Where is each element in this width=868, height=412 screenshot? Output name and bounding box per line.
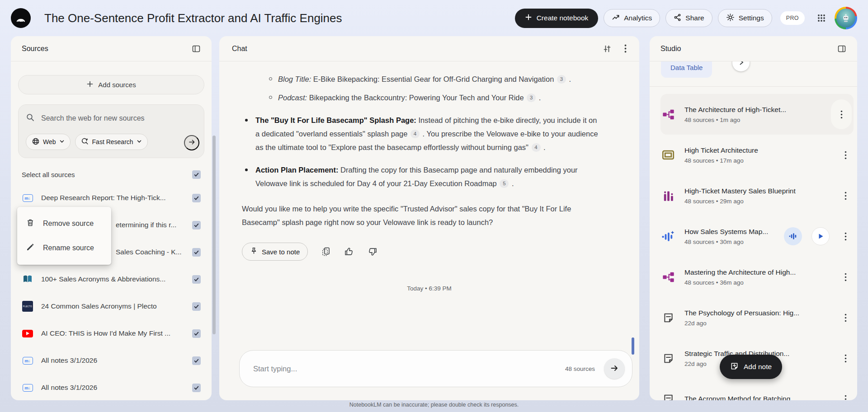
chat-bullet: The "Buy It For Life Basecamp" Splash Pa… — [242, 113, 601, 154]
source-title: All notes 3/1/2026 — [41, 384, 187, 392]
studio-item-row[interactable]: Mastering the Architecture of High...48 … — [660, 257, 854, 297]
apps-grid-icon[interactable] — [814, 9, 829, 27]
chat-bullet: Action Plan Placement: Drafting the copy… — [242, 163, 601, 190]
select-all-row: Select all sources — [22, 168, 201, 181]
citation-chip[interactable]: 3 — [527, 94, 536, 102]
select-all-label: Select all sources — [22, 171, 75, 178]
chat-settings-sliders-icon[interactable] — [603, 44, 612, 53]
add-sources-button[interactable]: Add sources — [18, 75, 204, 94]
studio-item-text: High Ticket Architecture48 sources • 17m… — [684, 146, 830, 164]
chat-bullet: Podcast: Bikepacking the Backcountry: Po… — [242, 91, 601, 104]
pencil-icon — [26, 243, 35, 253]
collapse-sources-panel-icon[interactable] — [192, 44, 201, 53]
search-submit-button[interactable] — [184, 135, 199, 150]
notebook-title[interactable]: The One-Sentence Profit Extractor and AI… — [44, 11, 342, 25]
plus-icon — [86, 80, 94, 89]
source-checkbox[interactable] — [192, 221, 201, 229]
source-checkbox[interactable] — [192, 329, 201, 338]
note-icon — [660, 353, 676, 364]
source-checkbox[interactable] — [192, 302, 201, 311]
source-checkbox[interactable] — [192, 384, 201, 392]
data-table-chip[interactable]: Data Table — [661, 61, 712, 78]
chat-input[interactable]: Start typing... 48 sources — [239, 350, 632, 387]
thumbs-down-icon[interactable] — [368, 247, 377, 257]
settings-button[interactable]: Settings — [718, 9, 772, 27]
source-row[interactable]: 100+ Sales Acronyms & Abbreviations... — [11, 266, 212, 293]
save-to-note-button[interactable]: Save to note — [242, 243, 308, 261]
citation-chip[interactable]: 5 — [500, 179, 509, 188]
analytics-button[interactable]: Analytics — [604, 9, 660, 27]
item-more-menu-icon[interactable] — [839, 390, 852, 400]
search-icon — [26, 113, 35, 124]
item-more-menu-icon[interactable] — [835, 105, 848, 123]
chat-more-menu-icon[interactable] — [624, 44, 627, 53]
studio-item-text: High-Ticket Mastery Sales Blueprint48 so… — [684, 187, 830, 205]
source-row[interactable]: m↓All notes 3/1/2026 — [11, 374, 212, 400]
add-note-button[interactable]: Add note — [720, 355, 782, 379]
select-all-checkbox[interactable] — [192, 170, 201, 179]
chat-bullet: Blog Title: E-Bike Bikepacking: Essentia… — [242, 72, 601, 86]
source-checkbox[interactable] — [192, 356, 201, 365]
user-avatar[interactable] — [835, 7, 857, 29]
italic-label: Blog Title: — [278, 75, 311, 83]
item-more-menu-icon[interactable] — [839, 146, 852, 164]
web-source-dropdown[interactable]: Web — [26, 134, 71, 150]
flowchart-icon — [660, 272, 676, 283]
notebooklm-logo-icon[interactable] — [11, 8, 31, 28]
youtube-source-icon — [22, 330, 33, 337]
remove-source-menu-item[interactable]: Remove source — [17, 211, 111, 236]
chat-messages: Blog Title: E-Bike Bikepacking: Essentia… — [219, 61, 639, 229]
citation-chip[interactable]: 3 — [557, 75, 566, 84]
rename-source-menu-item[interactable]: Rename source — [17, 236, 111, 260]
studio-item-title: Mastering the Architecture of High... — [684, 268, 830, 276]
studio-item-text: How Sales Systems Map...48 sources • 30m… — [684, 228, 775, 245]
chevron-down-icon — [59, 138, 65, 145]
collapse-studio-panel-icon[interactable] — [837, 44, 846, 53]
chat-scrollbar-thumb[interactable] — [632, 337, 634, 355]
play-button[interactable] — [811, 227, 830, 245]
studio-item-row[interactable]: The Architecture of High-Ticket...48 sou… — [660, 94, 854, 135]
copy-icon[interactable] — [321, 247, 330, 257]
citation-chip[interactable]: 4 — [532, 143, 541, 152]
chip-scroll-next-button[interactable] — [732, 61, 750, 71]
chat-paragraph: Would you like me to help you write the … — [242, 202, 601, 229]
share-button[interactable]: Share — [665, 9, 712, 27]
studio-item-row[interactable]: High-Ticket Mastery Sales Blueprint48 so… — [660, 175, 854, 216]
source-checkbox[interactable] — [192, 248, 201, 257]
thumbs-up-icon[interactable] — [344, 247, 354, 257]
interactive-mode-button[interactable] — [784, 227, 802, 245]
sources-scrollbar-thumb[interactable] — [212, 136, 216, 334]
research-mode-dropdown[interactable]: Fast Research — [75, 134, 148, 150]
search-input[interactable]: Search the web for new sources — [26, 113, 198, 124]
source-row[interactable]: PLECTO24 Common Sales Acronyms | Plecto — [11, 293, 212, 320]
studio-item-title: How Sales Systems Map... — [684, 228, 775, 236]
bold-label: Action Plan Placement: — [255, 166, 338, 174]
studio-item-row[interactable]: How Sales Systems Map...48 sources • 30m… — [660, 216, 854, 257]
studio-item-subtitle: 22d ago — [684, 320, 830, 327]
item-more-menu-icon[interactable] — [839, 309, 852, 327]
source-row[interactable]: AI CEO: THIS is How I'd Make My First ..… — [11, 320, 212, 347]
item-more-menu-icon[interactable] — [839, 349, 852, 367]
item-more-menu-icon[interactable] — [839, 268, 852, 286]
send-message-button[interactable] — [604, 358, 625, 379]
studio-item-subtitle: 48 sources • 17m ago — [684, 157, 830, 164]
markdown-source-icon: m↓ — [22, 357, 33, 365]
source-row[interactable]: m↓All notes 3/1/2026 — [11, 347, 212, 374]
studio-item-row[interactable]: High Ticket Architecture48 sources • 17m… — [660, 135, 854, 175]
chevron-down-icon — [137, 138, 142, 145]
trend-icon — [612, 13, 620, 23]
citation-chip[interactable]: 4 — [410, 130, 420, 138]
studio-item-row[interactable]: The Psychology of Persuasion: Hig...22d … — [660, 297, 854, 338]
source-checkbox[interactable] — [192, 275, 201, 284]
item-more-menu-icon[interactable] — [839, 227, 852, 245]
note-icon — [660, 393, 676, 401]
italic-label: Podcast: — [278, 94, 307, 102]
studio-item-row[interactable]: The Acronym Method for Batching... — [660, 379, 854, 400]
source-checkbox[interactable] — [192, 194, 201, 202]
create-notebook-button[interactable]: Create notebook — [515, 9, 599, 28]
item-more-menu-icon[interactable] — [839, 187, 852, 205]
arrow-right-icon — [188, 138, 196, 147]
chat-input-placeholder: Start typing... — [253, 365, 565, 373]
bullet-marker — [245, 169, 248, 171]
hollow-bullet-marker — [269, 96, 272, 99]
